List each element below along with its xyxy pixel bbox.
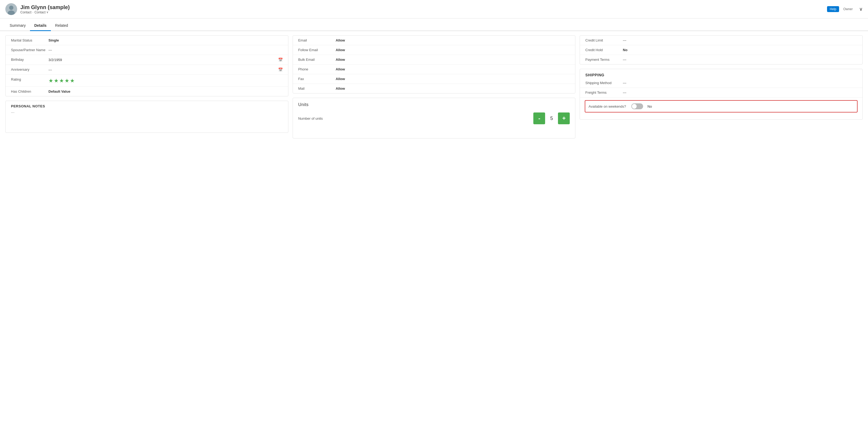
label-rating: Rating — [11, 78, 49, 82]
contact-preferences-card: Email Allow Follow Email Allow Bulk Emai… — [292, 35, 576, 93]
field-rating: Rating ★★★★★ — [6, 75, 288, 87]
field-has-children: Has Children Default Value — [6, 87, 288, 96]
field-anniversary: Anniversary --- 📅 — [6, 65, 288, 75]
value-phone: Allow — [336, 67, 570, 71]
label-freight-terms: Freight Terms — [585, 91, 623, 94]
value-credit-limit: --- — [623, 38, 857, 42]
field-freight-terms: Freight Terms --- — [580, 88, 862, 97]
calendar-icon-birthday[interactable]: 📅 — [278, 58, 283, 62]
units-field-label: Number of units — [298, 117, 534, 121]
field-email: Email Allow — [293, 36, 576, 45]
breadcrumb: Contact · Contact ∨ — [20, 10, 827, 14]
value-rating: ★★★★★ — [49, 78, 75, 84]
units-title: Units — [293, 98, 576, 109]
left-column: Marital Status Single Spouse/Partner Nam… — [5, 35, 288, 139]
owner-area: Owner — [843, 7, 853, 11]
right-column: Credit Limit --- Credit Hold No Payment … — [580, 35, 863, 139]
value-mail: Allow — [336, 87, 570, 91]
label-payment-terms: Payment Terms — [585, 58, 623, 62]
label-mail: Mail — [298, 87, 336, 91]
value-spouse: --- — [49, 48, 283, 52]
label-credit-limit: Credit Limit — [585, 38, 623, 42]
toggle-wrapper: No — [631, 103, 652, 109]
value-bulk-email: Allow — [336, 58, 570, 62]
breadcrumb-contact1[interactable]: Contact — [20, 10, 31, 14]
label-anniversary: Anniversary — [11, 67, 49, 71]
page-header: Jim Glynn (sample) Contact · Contact ∨ H… — [0, 0, 868, 19]
units-row: Number of units - 5 + — [293, 109, 576, 127]
breadcrumb-separator: · — [32, 10, 33, 14]
weekend-field-highlighted: Available on weekends? No — [585, 100, 858, 113]
label-bulk-email: Bulk Email — [298, 58, 336, 62]
units-increment-button[interactable]: + — [558, 113, 570, 124]
tab-details[interactable]: Details — [30, 21, 51, 31]
personal-notes-card: PERSONAL NOTES --- — [5, 101, 288, 133]
field-birthday: Birthday 3/2/1959 📅 — [6, 55, 288, 65]
label-marital-status: Marital Status — [11, 38, 49, 42]
expand-chevron[interactable]: ∨ — [859, 6, 863, 12]
personal-notes-value: --- — [6, 108, 288, 117]
field-spouse: Spouse/Partner Name --- — [6, 45, 288, 55]
personal-info-card: Marital Status Single Spouse/Partner Nam… — [5, 35, 288, 96]
avatar — [5, 3, 17, 15]
label-birthday: Birthday — [11, 58, 49, 62]
label-available-weekends: Available on weekends? — [588, 104, 631, 109]
svg-point-1 — [9, 6, 13, 10]
value-freight-terms: --- — [623, 91, 857, 94]
label-phone: Phone — [298, 67, 336, 71]
tab-summary[interactable]: Summary — [5, 21, 30, 31]
shipping-title: SHIPPING — [580, 69, 862, 78]
weekend-row-wrapper: Available on weekends? No — [580, 97, 862, 115]
label-email: Email — [298, 38, 336, 42]
field-mail: Mail Allow — [293, 84, 576, 93]
header-info: Jim Glynn (sample) Contact · Contact ∨ — [20, 4, 827, 14]
help-button[interactable]: Help — [827, 6, 839, 12]
label-fax: Fax — [298, 77, 336, 81]
breadcrumb-contact2[interactable]: Contact ∨ — [34, 10, 49, 14]
contact-name: Jim Glynn (sample) — [20, 4, 827, 10]
field-marital-status: Marital Status Single — [6, 36, 288, 45]
value-fax: Allow — [336, 77, 570, 81]
value-payment-terms: --- — [623, 58, 857, 62]
field-payment-terms: Payment Terms --- — [580, 55, 862, 64]
label-has-children: Has Children — [11, 89, 49, 93]
field-credit-limit: Credit Limit --- — [580, 36, 862, 45]
value-email: Allow — [336, 38, 570, 42]
credit-info-card: Credit Limit --- Credit Hold No Payment … — [580, 35, 863, 64]
middle-column: Email Allow Follow Email Allow Bulk Emai… — [292, 35, 576, 139]
units-value: 5 — [547, 116, 556, 121]
value-shipping-method: --- — [623, 81, 857, 85]
tab-related[interactable]: Related — [51, 21, 72, 31]
calendar-icon-anniversary[interactable]: 📅 — [278, 67, 283, 72]
label-shipping-method: Shipping Method — [585, 81, 623, 85]
value-has-children: Default Value — [49, 89, 283, 93]
value-follow-email: Allow — [336, 48, 570, 52]
units-controls: - 5 + — [533, 113, 570, 124]
field-bulk-email: Bulk Email Allow — [293, 55, 576, 64]
field-credit-hold: Credit Hold No — [580, 45, 862, 55]
value-anniversary: --- — [49, 68, 276, 72]
field-fax: Fax Allow — [293, 74, 576, 84]
label-credit-hold: Credit Hold — [585, 48, 623, 52]
tabs-bar: Summary Details Related — [0, 21, 868, 31]
breadcrumb-chevron[interactable]: ∨ — [46, 10, 49, 14]
personal-notes-title: PERSONAL NOTES — [6, 101, 288, 108]
units-card: Units Number of units - 5 + — [292, 98, 576, 139]
value-credit-hold: No — [623, 48, 857, 52]
shipping-card: SHIPPING Shipping Method --- Freight Ter… — [580, 69, 863, 120]
birthday-with-icon: 3/2/1959 📅 — [49, 58, 283, 62]
header-right: Help Owner ∨ — [827, 6, 863, 12]
field-shipping-method: Shipping Method --- — [580, 78, 862, 88]
weekend-toggle[interactable] — [631, 103, 643, 109]
value-birthday: 3/2/1959 — [49, 58, 276, 62]
label-follow-email: Follow Email — [298, 48, 336, 52]
units-decrement-button[interactable]: - — [533, 113, 545, 124]
field-follow-email: Follow Email Allow — [293, 45, 576, 55]
anniversary-with-icon: --- 📅 — [49, 67, 283, 72]
label-spouse: Spouse/Partner Name — [11, 48, 49, 52]
field-phone: Phone Allow — [293, 64, 576, 74]
main-content: Marital Status Single Spouse/Partner Nam… — [0, 31, 868, 143]
owner-label: Owner — [843, 7, 853, 11]
weekend-toggle-label: No — [647, 104, 652, 109]
value-marital-status: Single — [49, 38, 283, 42]
